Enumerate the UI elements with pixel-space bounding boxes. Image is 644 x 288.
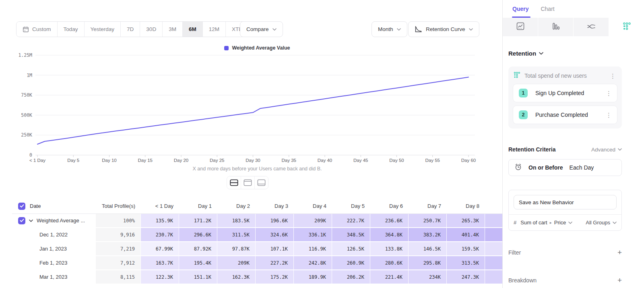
retention-value-cell: 175.2K (256, 270, 294, 284)
retention-value-cell: 221.4K (370, 270, 409, 284)
x-axis-tick-label: Day 40 (307, 158, 343, 163)
filter-section[interactable]: Filter + (508, 249, 622, 256)
col-header: Day 4 (294, 199, 332, 214)
retention-value-cell: 222.7K (332, 214, 370, 228)
measure-row: # Sum of cart ▸ Price All Groups (509, 214, 621, 230)
chevron-down-icon (613, 222, 617, 224)
row-label-date[interactable]: Jan 1, 2023 (12, 242, 96, 256)
weighted-average-line[interactable] (37, 77, 469, 144)
chart-type-dropdown[interactable]: Retention Curve (408, 21, 479, 37)
retention-value-cell: 242.8K (294, 256, 332, 270)
y-axis-tick-label: 1M (12, 73, 32, 78)
x-axis-tick-label: Day 50 (379, 158, 415, 163)
expand-row-icon[interactable] (29, 220, 33, 222)
retention-value-cell: 260.9K (332, 256, 370, 270)
granularity-dropdown[interactable]: Month (372, 21, 407, 37)
step-1-sign-up-completed[interactable]: 1 Sign Up Completed ⋮ (513, 84, 617, 102)
retention-value-cell: 250.7K (409, 214, 447, 228)
row-label-date[interactable]: Mar 1, 2023 (12, 270, 96, 284)
retention-icon (622, 22, 631, 32)
retention-value-cell-clipped (485, 256, 502, 270)
retention-section-dropdown[interactable]: Retention (508, 50, 622, 57)
insights-report-tab[interactable] (503, 18, 538, 36)
table-only-view-toggle[interactable] (254, 176, 268, 189)
range-7d[interactable]: 7D (120, 22, 140, 37)
compare-button[interactable]: Compare (240, 21, 283, 37)
advanced-mode-dropdown[interactable]: Advanced (591, 147, 622, 153)
x-axis-tick-label: Day 10 (91, 158, 128, 163)
step-kebab-menu[interactable]: ⋮ (605, 90, 613, 96)
retention-value-cell: 159.5K (447, 242, 485, 256)
range-12m[interactable]: 12M (202, 22, 225, 37)
retention-value-cell: 234K (409, 270, 447, 284)
range-yesterday[interactable]: Yesterday (84, 22, 121, 37)
split-view-toggle[interactable] (227, 176, 241, 189)
retention-value-cell: 206.2K (332, 270, 370, 284)
line-plot (12, 40, 502, 161)
retention-curve-chart: Weighted Average Value 1.25M1M750K500K25… (12, 40, 502, 175)
retention-value-cell: 195.4K (179, 256, 217, 270)
step-number-badge: 2 (519, 110, 528, 119)
retention-timing-row[interactable]: On or Before Each Day (508, 159, 622, 176)
col-header: Total Profile(s) (96, 199, 141, 214)
x-axis-caption: X and more days before your Users came b… (12, 166, 502, 172)
tab-query[interactable]: Query (512, 6, 528, 12)
chart-only-view-toggle[interactable] (241, 176, 254, 189)
range-custom[interactable]: Custom (17, 22, 57, 37)
funnels-icon (551, 22, 560, 32)
tab-chart[interactable]: Chart (541, 6, 554, 12)
retention-value-cell: 133.8K (370, 242, 409, 256)
y-axis-tick-label: 500K (12, 112, 32, 118)
step-number-badge: 1 (519, 89, 528, 97)
row-label-weighted-average[interactable]: Weighted Average ... (12, 214, 96, 228)
col-header-date[interactable]: Date (12, 199, 96, 214)
retention-value-cell: 162.3K (217, 270, 256, 284)
retention-report-tab[interactable] (609, 18, 644, 36)
toolbar: Custom Today Yesterday 7D 30D 3M 6M 12M … (16, 21, 486, 37)
row-checkbox[interactable] (18, 203, 25, 210)
range-3m[interactable]: 3M (162, 22, 182, 37)
add-breakdown-icon[interactable]: + (617, 276, 622, 284)
retention-value-cell: 236.6K (370, 214, 409, 228)
step-kebab-menu[interactable]: ⋮ (605, 112, 613, 118)
col-day-9-clipped (485, 199, 502, 214)
flows-report-tab[interactable] (573, 18, 609, 36)
row-label-date[interactable]: Feb 1, 2023 (12, 256, 96, 270)
main-area: Custom Today Yesterday 7D 30D 3M 6M 12M … (0, 0, 502, 288)
retention-value-cell: 383.2K (409, 228, 447, 242)
col-header: Day 6 (370, 199, 409, 214)
retention-value-cell: 296.6K (179, 228, 217, 242)
col-header: Day 8 (447, 199, 485, 214)
col-header: Day 3 (256, 199, 294, 214)
retention-value-cell: 97.87K (217, 242, 256, 256)
date-range-segmented-control: Custom Today Yesterday 7D 30D 3M 6M 12M … (16, 21, 256, 37)
chevron-down-icon (539, 52, 543, 55)
retention-value-cell: 209K (294, 214, 332, 228)
behavior-kebab-menu[interactable]: ⋮ (609, 73, 617, 79)
behavior-title: Total spend of new users (524, 73, 605, 79)
row-checkbox[interactable] (18, 217, 25, 224)
step-2-purchase-completed[interactable]: 2 Purchase Completed ⋮ (513, 106, 617, 124)
breakdown-section[interactable]: Breakdown + (508, 276, 622, 284)
save-as-new-behavior-button[interactable]: Save as New Behavior (514, 195, 617, 209)
retention-value-cell: 247.3K (447, 270, 485, 284)
all-groups-dropdown[interactable]: All Groups (586, 220, 617, 226)
retention-value-cell: 230.7K (141, 228, 179, 242)
retention-value-cell: 227.2K (256, 256, 294, 270)
insights-icon (516, 22, 525, 32)
col-header: Day 5 (332, 199, 370, 214)
measure-property-dropdown[interactable]: Sum of cart ▸ Price (520, 220, 582, 226)
retention-value-cell: 189.9K (294, 270, 332, 284)
y-axis-tick-label: 250K (12, 132, 32, 138)
col-header: Day 1 (179, 199, 217, 214)
funnels-report-tab[interactable] (538, 18, 573, 36)
total-profiles-cell: 100% (96, 214, 141, 228)
timing-value-dropdown[interactable]: Each Day (570, 164, 594, 171)
range-6m-selected[interactable]: 6M (182, 22, 202, 37)
range-today[interactable]: Today (57, 22, 84, 37)
range-30d[interactable]: 30D (140, 22, 162, 37)
retention-value-cell-clipped (485, 228, 502, 242)
add-filter-icon[interactable]: + (617, 249, 622, 256)
retention-value-cell: 67.99K (141, 242, 179, 256)
row-label-date[interactable]: Dec 1, 2022 (12, 228, 96, 242)
